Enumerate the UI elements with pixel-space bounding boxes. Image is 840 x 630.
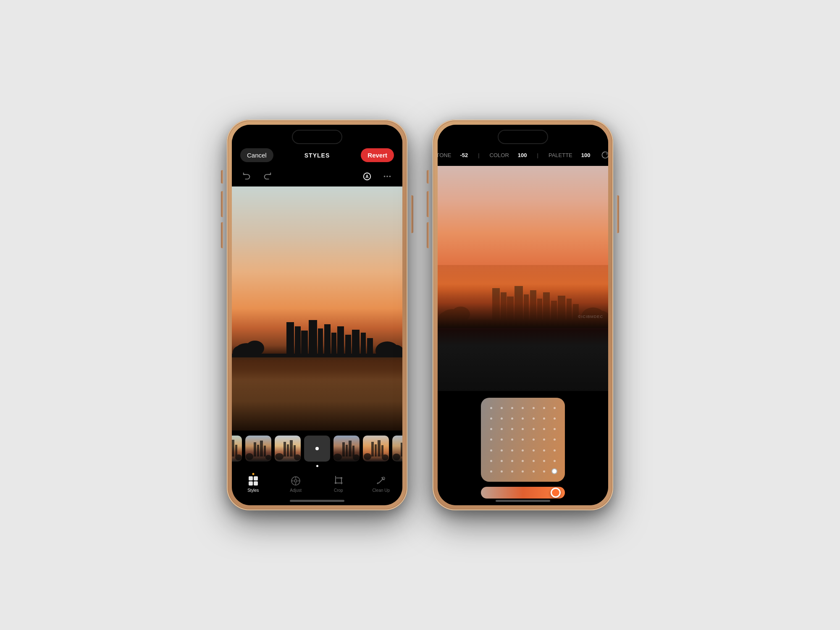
pdot [490,428,492,430]
watermark: ©ICIBMDEC [578,315,603,319]
palette-value: 100 [581,152,591,158]
pdot [501,417,503,420]
svg-point-4 [389,176,391,177]
pdot [501,428,503,430]
pdot [511,470,513,472]
style-original[interactable] [304,436,330,462]
pdot [554,438,556,441]
pdot [511,428,513,430]
svg-rect-14 [331,333,336,356]
pdot [554,407,556,409]
cleanup-label: Clean Up [372,488,390,493]
reset-button[interactable] [601,148,608,162]
svg-point-41 [333,454,342,460]
undo-button[interactable] [240,170,254,183]
home-bar-1 [290,500,344,502]
slider-handle[interactable] [551,488,561,498]
pdot [543,438,545,441]
pdot [533,428,535,430]
svg-rect-36 [284,442,286,457]
pdot [522,428,524,430]
svg-rect-8 [286,322,294,356]
svg-rect-51 [381,445,383,457]
svg-point-35 [275,453,284,460]
more-options-button[interactable] [381,170,394,183]
svg-rect-50 [378,440,381,457]
svg-point-68 [294,480,297,482]
style-thumb-6[interactable] [392,436,402,462]
palette-handle[interactable] [551,468,557,474]
pdot [554,449,556,452]
tab-crop[interactable]: Crop [326,475,351,493]
svg-rect-15 [337,326,344,356]
svg-rect-59 [249,476,253,480]
pdot [543,470,545,472]
sunset-photo-2: ©ICIBMDEC [438,166,608,391]
pdot [490,407,492,409]
styles-panel [232,430,402,472]
style-thumb-1[interactable] [232,436,242,462]
pdot [490,438,492,441]
pdot [522,438,524,441]
style-thumb-2[interactable] [245,436,271,462]
auto-enhance-button[interactable]: A [360,170,374,183]
volume-up-button[interactable] [221,191,223,217]
cancel-button[interactable]: Cancel [240,148,273,162]
svg-rect-49 [375,444,377,457]
dynamic-island-2 [498,130,548,144]
style-thumb-5[interactable] [363,436,389,462]
svg-rect-48 [371,442,374,457]
volume-down-button[interactable] [221,222,223,248]
svg-rect-73 [335,482,336,484]
pdot [543,428,545,430]
pdot [543,407,545,409]
toolbar-icons: A [232,166,402,186]
svg-rect-13 [324,324,331,356]
tab-adjust[interactable]: Adjust [283,475,308,493]
svg-rect-44 [349,441,352,457]
style-dot-indicator [315,447,319,450]
svg-rect-54 [401,443,402,457]
mute-button-2[interactable] [427,170,429,184]
svg-rect-38 [290,440,293,457]
svg-rect-60 [254,476,258,480]
dynamic-island-1 [292,130,342,144]
power-button[interactable] [411,195,413,233]
tab-styles[interactable]: Styles [241,475,266,493]
pdot [543,460,545,462]
svg-rect-33 [264,446,266,457]
pdot [490,460,492,462]
svg-point-47 [364,453,371,460]
mute-button[interactable] [221,170,223,184]
volume-down-button-2[interactable] [427,222,429,248]
right-icons-group: A [360,170,394,183]
palette-grid[interactable] [481,398,565,482]
palette-panel [438,391,608,505]
power-button-2[interactable] [617,195,619,233]
svg-text:A: A [365,174,369,179]
redo-button[interactable] [260,170,274,183]
volume-up-button-2[interactable] [427,191,429,217]
pdot [554,460,556,462]
pdot [543,417,545,420]
style-thumb-3[interactable] [275,436,301,462]
svg-point-34 [265,455,271,460]
pdot [501,438,503,441]
pdot [511,460,513,462]
pdot [533,407,535,409]
svg-rect-61 [249,481,253,486]
pdot [511,417,513,420]
crop-label: Crop [334,488,343,493]
tab-cleanup[interactable]: Clean Up [368,475,394,493]
revert-button[interactable]: Revert [361,148,394,162]
pdot [522,417,524,420]
color-slider[interactable] [481,487,565,499]
svg-rect-74 [341,477,342,479]
svg-rect-39 [294,445,296,457]
pdot [533,470,535,472]
svg-rect-43 [346,445,348,457]
style-thumb-4[interactable] [333,436,360,462]
pdot [533,417,535,420]
pdot [533,438,535,441]
nav-dot [232,465,402,467]
